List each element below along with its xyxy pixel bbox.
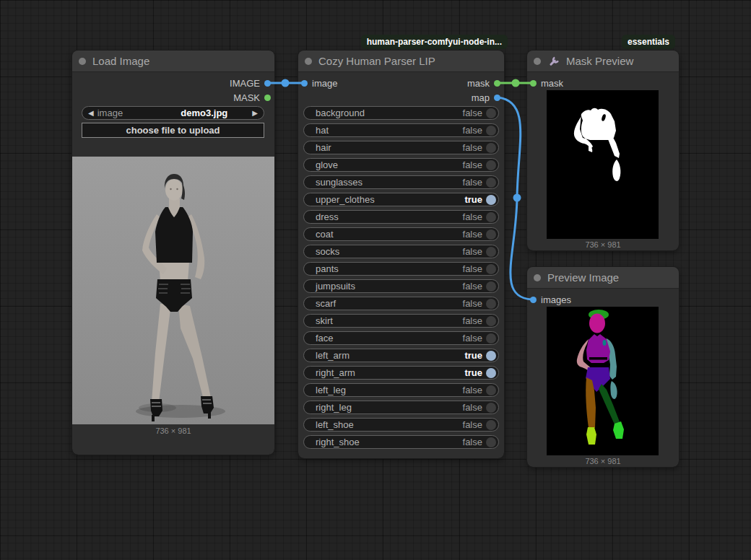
toggle-label: jumpsuits [316,281,463,292]
toggle-knob[interactable] [486,212,496,222]
load-image-node[interactable]: Load Image IMAGE MASK ◀ image demo3.jpg … [72,51,274,455]
toggle-knob[interactable] [486,316,496,326]
load-image-header[interactable]: Load Image [72,51,274,72]
toggle-knob[interactable] [486,368,496,378]
segmentation-map [547,307,659,455]
parser-node[interactable]: Cozy Human Parser LIP image mask map bac… [298,51,504,458]
toggle-knob[interactable] [486,126,496,136]
toggle-row-background[interactable]: backgroundfalse [303,106,499,120]
toggle-value: true [464,367,482,378]
toggle-knob[interactable] [486,351,496,361]
toggle-value: false [463,298,482,309]
toggle-value: false [463,419,482,430]
toggle-row-right-arm[interactable]: right_armtrue [303,366,499,380]
toggle-knob[interactable] [486,403,496,413]
input-slot-image[interactable]: image [301,76,337,89]
image-size-label: 736 × 981 [527,457,679,465]
toggle-value: false [463,108,482,118]
mask-preview-header[interactable]: Mask Preview [527,51,679,72]
toggle-value: true [464,350,482,361]
collapse-dot[interactable] [534,58,541,65]
toggle-row-pants[interactable]: pantsfalse [303,262,499,276]
toggle-label: right_shoe [316,437,463,447]
toggle-knob[interactable] [486,281,496,292]
toggle-label: upper_clothes [316,194,464,205]
input-slot-images[interactable]: images [530,293,571,306]
output-port-icon[interactable] [264,95,271,101]
toggle-knob[interactable] [486,299,496,309]
toggle-knob[interactable] [486,195,496,205]
output-slot-image[interactable]: IMAGE [230,76,271,89]
link-midpoint-dot [512,79,520,87]
toggle-label: scarf [316,298,463,309]
toggle-row-hair[interactable]: hairfalse [303,141,499,154]
toggle-knob[interactable] [486,108,496,118]
toggle-row-glove[interactable]: glovefalse [303,158,499,172]
parser-node-header[interactable]: Cozy Human Parser LIP [298,51,504,72]
input-port-icon[interactable] [530,297,537,303]
toggle-row-scarf[interactable]: scarffalse [303,297,499,310]
toggle-row-left-leg[interactable]: left_legfalse [303,383,499,397]
toggle-row-left-shoe[interactable]: left_shoefalse [303,418,499,432]
node-title: Mask Preview [566,55,633,67]
choose-file-button[interactable]: choose file to upload [82,123,264,138]
toggle-knob[interactable] [486,333,496,344]
toggle-row-right-shoe[interactable]: right_shoefalse [303,435,499,449]
toggle-row-left-arm[interactable]: left_armtrue [303,349,499,362]
node-title: Load Image [92,55,149,67]
input-port-icon[interactable] [530,80,537,87]
node-title: Cozy Human Parser LIP [318,55,435,67]
toggle-label: sunglasses [316,177,463,188]
toggle-knob[interactable] [486,264,496,274]
combo-value: demo3.jpg [181,108,227,118]
input-label: mask [541,78,563,89]
toggle-knob[interactable] [486,385,496,395]
collapse-dot[interactable] [79,58,86,65]
input-port-icon[interactable] [301,80,308,87]
parser-source-badge: human-parser-comfyui-node-in... [361,35,508,49]
toggle-row-right-leg[interactable]: right_legfalse [303,401,499,414]
collapse-dot[interactable] [305,58,312,65]
toggle-value: false [463,315,482,326]
toggle-row-coat[interactable]: coatfalse [303,227,499,241]
input-slot-mask[interactable]: mask [530,76,563,89]
preview-image-header[interactable]: Preview Image [527,267,679,289]
combo-next-icon[interactable]: ▶ [252,109,258,117]
toggle-knob[interactable] [486,420,496,430]
toggle-knob[interactable] [486,143,496,153]
toggle-value: false [463,263,482,274]
toggle-value: false [463,211,482,222]
toggle-label: left_shoe [316,419,463,430]
preview-image-node[interactable]: Preview Image images 736 × 981 [527,267,679,467]
toggle-row-hat[interactable]: hatfalse [303,123,499,137]
output-port-icon[interactable] [264,80,271,87]
toggle-row-dress[interactable]: dressfalse [303,210,499,224]
toggle-row-sunglasses[interactable]: sunglassesfalse [303,175,499,189]
output-slot-mask[interactable]: mask [467,76,500,89]
toggle-label: left_arm [316,350,464,361]
toggle-knob[interactable] [486,178,496,188]
toggle-label: right_leg [316,402,463,413]
toggle-row-skirt[interactable]: skirtfalse [303,314,499,328]
output-slot-mask[interactable]: MASK [233,91,271,104]
mask-preview-node[interactable]: Mask Preview mask 736 × 981 [527,51,679,250]
combo-prev-icon[interactable]: ◀ [88,109,94,117]
toggle-row-jumpsuits[interactable]: jumpsuitsfalse [303,279,499,293]
toggle-value: false [463,177,482,188]
toggle-value: false [463,142,482,153]
toggle-row-face[interactable]: facefalse [303,331,499,345]
output-slot-map[interactable]: map [472,91,500,104]
toggle-label: background [316,108,463,118]
toggle-row-upper-clothes[interactable]: upper_clothestrue [303,193,499,206]
output-port-icon[interactable] [494,80,500,87]
output-port-icon[interactable] [494,95,500,101]
toggle-knob[interactable] [486,160,496,170]
toggle-knob[interactable] [486,247,496,257]
essentials-source-badge: essentials [622,35,675,49]
toggle-knob[interactable] [486,229,496,240]
toggle-row-socks[interactable]: socksfalse [303,245,499,258]
toggle-knob[interactable] [486,437,496,447]
image-combo-widget[interactable]: ◀ image demo3.jpg ▶ [82,106,264,120]
collapse-dot[interactable] [534,274,541,281]
node-title: Preview Image [547,271,619,284]
